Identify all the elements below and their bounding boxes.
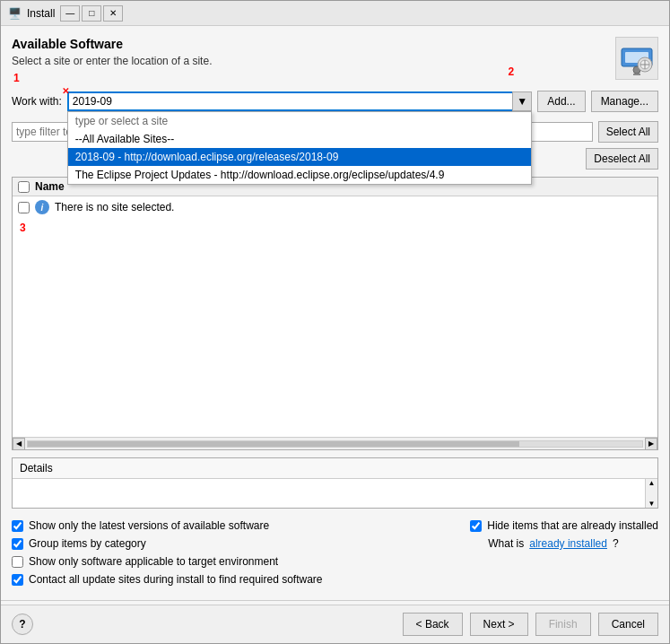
table-empty-space — [13, 238, 657, 437]
details-section: Details ▲ ▼ — [12, 457, 658, 509]
scroll-up-icon[interactable]: ▲ — [648, 479, 656, 487]
manage-button[interactable]: Manage... — [591, 91, 658, 112]
window-icon: 🖥️ — [8, 7, 22, 20]
header-left: Available Software Select a site or ente… — [12, 37, 608, 67]
what-is-row: What is already installed ? — [470, 537, 658, 550]
no-site-row: i There is no site selected. — [13, 196, 657, 218]
dropdown-item-type[interactable]: type or select a site — [68, 112, 531, 130]
details-body: ▲ ▼ — [13, 479, 657, 508]
dropdown-item-2018[interactable]: 2018-09 - http://download.eclipse.org/re… — [68, 148, 531, 166]
finish-button[interactable]: Finish — [535, 613, 591, 636]
right-col: Hide items that are already installed Wh… — [470, 519, 658, 586]
cb-target-environment[interactable] — [12, 556, 23, 568]
close-button[interactable]: ✕ — [103, 5, 123, 22]
annotation-1: 1 — [13, 71, 20, 84]
work-with-input[interactable] — [67, 91, 532, 111]
dropdown-menu: type or select a site --All Available Si… — [67, 111, 532, 185]
scroll-right-button[interactable]: ▶ — [645, 438, 657, 450]
main-content: Available Software Select a site or ente… — [1, 26, 669, 596]
checkbox-row-1: Show only the latest versions of availab… — [12, 519, 452, 532]
page-title: Available Software — [12, 37, 608, 51]
name-column-header: Name — [35, 180, 65, 193]
dropdown-item-all[interactable]: --All Available Sites-- — [68, 130, 531, 148]
select-all-checkbox[interactable] — [18, 181, 30, 193]
scroll-track — [27, 440, 643, 448]
scroll-left-button[interactable]: ◀ — [13, 438, 25, 450]
work-with-section: 1 Work with: ✕ 2 ▼ type or select a sit — [12, 87, 658, 112]
title-bar: 🖥️ Install — □ ✕ — [1, 1, 669, 26]
bottom-bar: ? < Back Next > Finish Cancel — [1, 605, 669, 643]
cb-hide-installed[interactable] — [470, 520, 482, 532]
checkbox-row-4: Contact all update sites during install … — [12, 573, 452, 586]
deselect-all-button[interactable]: Deselect All — [586, 148, 658, 170]
table-area: Name i There is no site selected. 3 ◀ ▶ — [12, 177, 658, 450]
details-header: Details — [13, 458, 657, 479]
bottom-separator — [1, 600, 669, 601]
dropdown-arrow-button[interactable]: ▼ — [512, 91, 532, 111]
checkboxes-two-col: Show only the latest versions of availab… — [12, 519, 658, 586]
software-icon — [615, 37, 658, 80]
cb-group-by-category[interactable] — [12, 538, 23, 550]
left-col: Show only the latest versions of availab… — [12, 519, 452, 586]
cb-group-by-category-label: Group items by category — [29, 537, 146, 550]
install-window: 🖥️ Install — □ ✕ Available Software Sele… — [0, 0, 670, 644]
title-bar-controls: — □ ✕ — [60, 5, 123, 22]
page-subtitle: Select a site or enter the location of a… — [12, 55, 608, 67]
horizontal-scrollbar[interactable]: ◀ ▶ — [13, 437, 657, 449]
cb-contact-update-sites[interactable] — [12, 574, 23, 586]
cb-latest-versions-label: Show only the latest versions of availab… — [29, 519, 269, 532]
scroll-thumb[interactable] — [28, 441, 519, 447]
annotation-2: 2 — [509, 65, 515, 78]
next-button[interactable]: Next > — [470, 613, 528, 636]
cb-target-environment-label: Show only software applicable to target … — [29, 555, 278, 568]
what-is-suffix: ? — [613, 537, 619, 550]
back-button[interactable]: < Back — [403, 613, 463, 636]
details-scrollbar[interactable]: ▲ ▼ — [645, 479, 657, 508]
no-site-message: There is no site selected. — [55, 201, 174, 213]
minimize-button[interactable]: — — [60, 5, 80, 22]
work-with-label: Work with: — [12, 95, 62, 108]
checkbox-row-r1: Hide items that are already installed — [470, 519, 658, 532]
cancel-button[interactable]: Cancel — [598, 613, 658, 636]
what-is-prefix: What is — [488, 537, 524, 550]
select-all-button[interactable]: Select All — [598, 121, 658, 143]
already-installed-link[interactable]: already installed — [529, 537, 607, 550]
checkboxes-section: Show only the latest versions of availab… — [12, 519, 658, 586]
annotation-3: 3 — [13, 218, 657, 238]
title-bar-text: Install — [27, 7, 55, 20]
work-with-row: Work with: ✕ 2 ▼ type or select a site -… — [12, 91, 658, 112]
help-button[interactable]: ? — [12, 614, 33, 635]
maximize-button[interactable]: □ — [82, 5, 101, 22]
cb-latest-versions[interactable] — [12, 520, 23, 532]
checkbox-row-3: Show only software applicable to target … — [12, 555, 452, 568]
scroll-down-icon[interactable]: ▼ — [648, 500, 656, 508]
svg-rect-3 — [633, 74, 640, 75]
cb-hide-installed-label: Hide items that are already installed — [487, 519, 658, 532]
header-area: Available Software Select a site or ente… — [12, 37, 658, 80]
add-button[interactable]: Add... — [537, 91, 585, 112]
cb-contact-update-sites-label: Contact all update sites during install … — [29, 573, 323, 586]
row-checkbox[interactable] — [18, 202, 30, 213]
info-icon: i — [35, 200, 49, 214]
checkbox-row-2: Group items by category — [12, 537, 452, 550]
dropdown-item-eclipse[interactable]: The Eclipse Project Updates - http://dow… — [68, 166, 531, 184]
dropdown-container: ✕ 2 ▼ type or select a site --All Availa… — [67, 91, 532, 111]
x-mark-icon: ✕ — [62, 86, 69, 96]
